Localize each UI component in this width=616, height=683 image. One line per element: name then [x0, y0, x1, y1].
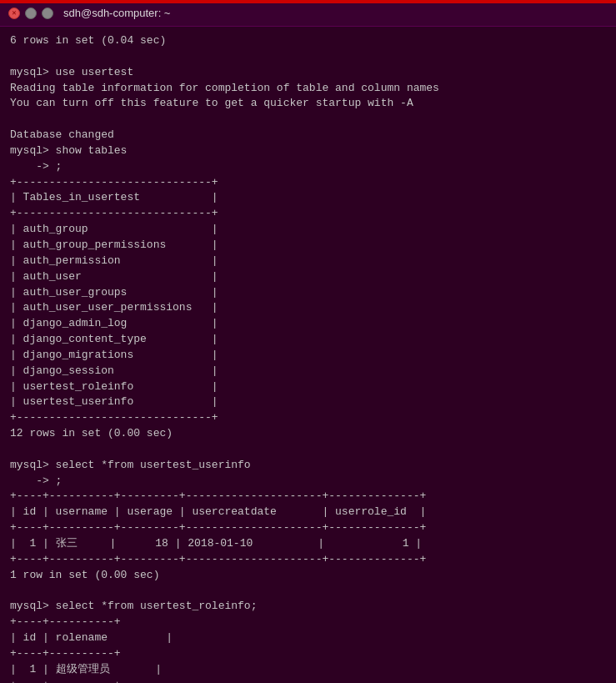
red-accent-bar: [0, 0, 616, 3]
terminal-output[interactable]: 6 rows in set (0.04 sec) mysql> use user…: [0, 27, 616, 683]
minimize-button[interactable]: [25, 8, 37, 19]
maximize-button[interactable]: [42, 8, 53, 19]
title-bar: ✕ sdh@sdh-computer: ~: [0, 0, 616, 27]
close-button[interactable]: ✕: [8, 8, 20, 19]
window-controls: ✕: [8, 8, 53, 19]
window-title: sdh@sdh-computer: ~: [63, 7, 170, 19]
